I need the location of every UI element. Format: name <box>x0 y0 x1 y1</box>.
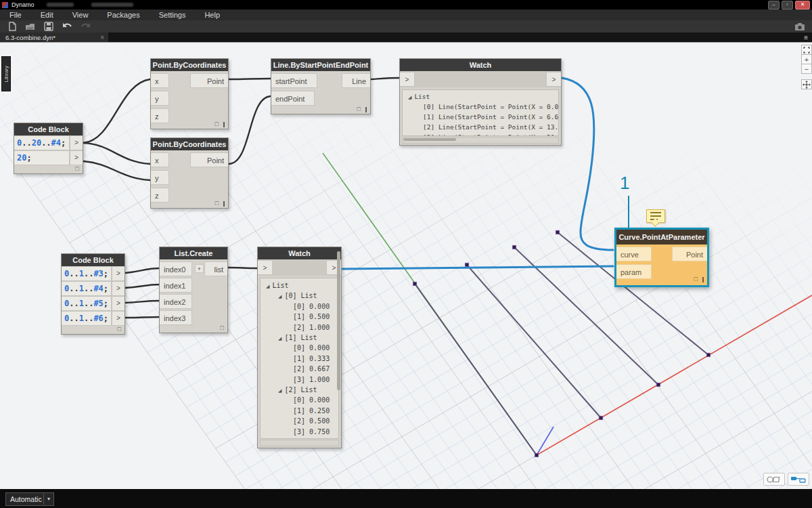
watch-row[interactable]: [1] 0.250 <box>261 406 338 417</box>
watch-row[interactable]: [1] Line(StartPoint = Point(X = 6.66 <box>403 112 558 123</box>
preview-checkbox[interactable]: □ <box>357 106 361 112</box>
input-port-index3[interactable]: index3 <box>160 310 192 325</box>
input-port-curve[interactable]: curve <box>616 247 652 261</box>
new-file-icon[interactable] <box>8 22 17 31</box>
menu-item[interactable]: File <box>0 9 31 20</box>
watch-row[interactable]: [0] 0.000 <box>261 343 338 354</box>
geometry-view-toggle[interactable] <box>763 473 785 486</box>
preview-checkbox[interactable]: □ <box>215 121 219 127</box>
code-line[interactable]: 0..1..#4; <box>62 281 112 296</box>
workspace-menu-icon[interactable]: ≡ <box>804 34 808 41</box>
expander-icon[interactable]: ◢ <box>408 95 411 100</box>
watch-row[interactable]: ◢[1] List <box>261 333 338 343</box>
watch-row[interactable]: ◢List <box>261 281 338 291</box>
watch-row[interactable]: ◢[2] List <box>261 385 338 396</box>
menu-item[interactable]: Settings <box>150 9 196 20</box>
output-port[interactable]: > <box>70 135 83 150</box>
menu-item[interactable]: View <box>63 9 98 20</box>
menu-item[interactable]: Edit <box>31 9 63 20</box>
output-port[interactable]: > <box>112 281 125 296</box>
output-port-line[interactable]: Line <box>342 73 370 88</box>
watch-row[interactable]: [3] 1.000 <box>261 375 338 385</box>
zoom-out-button[interactable]: − <box>801 64 812 74</box>
watch-row[interactable]: [2] 0.667 <box>261 364 338 375</box>
input-port-index0[interactable]: index0 <box>160 261 192 276</box>
menu-item[interactable]: Help <box>195 9 229 20</box>
input-port-x[interactable]: x <box>151 152 169 167</box>
undo-icon[interactable] <box>62 22 72 31</box>
horizontal-scrollbar[interactable] <box>260 440 339 446</box>
node-point-bycoordinates-2[interactable]: Point.ByCoordinates x y z Point □ <box>150 137 229 209</box>
watch-row[interactable]: [2] 0.500 <box>261 417 338 427</box>
graph-view-toggle[interactable] <box>788 473 809 486</box>
horizontal-scrollbar[interactable] <box>402 137 559 144</box>
expander-icon[interactable]: ◢ <box>278 336 281 341</box>
code-line[interactable]: 0..1..#3; <box>62 266 112 281</box>
watch-row[interactable]: [3] Line(StartPoint = Point(X = 20.0 <box>403 133 558 136</box>
save-icon[interactable] <box>44 22 53 31</box>
minimize-button[interactable]: – <box>768 1 780 9</box>
input-port[interactable]: > <box>400 72 415 87</box>
lacing-indicator[interactable] <box>223 201 225 207</box>
watch-row[interactable]: ◢[0] List <box>261 291 338 301</box>
output-port[interactable]: > <box>546 72 561 87</box>
watch-row[interactable]: [2] 1.000 <box>261 323 338 333</box>
input-port-index2[interactable]: index2 <box>160 294 192 309</box>
output-port[interactable]: > <box>112 296 125 311</box>
node-point-bycoordinates-1[interactable]: Point.ByCoordinates x y z Point □ <box>150 58 229 129</box>
input-port-param[interactable]: param <box>616 264 652 279</box>
output-port-point[interactable]: Point <box>672 247 707 261</box>
preview-checkbox[interactable]: □ <box>76 166 79 172</box>
input-port-z[interactable]: z <box>151 188 169 203</box>
close-button[interactable]: ✕ <box>795 1 810 9</box>
watch-row[interactable]: [2] Line(StartPoint = Point(X = 13.3 <box>403 123 558 133</box>
input-port[interactable]: > <box>258 260 273 275</box>
preview-checkbox[interactable]: □ <box>221 325 224 331</box>
code-line[interactable]: 0..1..#5; <box>62 296 112 311</box>
input-port-index1[interactable]: index1 <box>160 278 192 293</box>
watch-row[interactable]: [1] 0.500 <box>261 312 338 322</box>
input-port-endpoint[interactable]: endPoint <box>271 91 315 106</box>
lacing-indicator[interactable] <box>365 107 367 112</box>
node-watch-lines[interactable]: Watch > > ◢List[0] Line(StartPoint = Poi… <box>399 58 562 146</box>
watch-row[interactable]: [4] 1.000 <box>261 438 338 439</box>
preview-checkbox[interactable]: □ <box>694 276 698 282</box>
node-code-block-2[interactable]: Code Block 0..1..#3; > 0..1..#4; > 0..1.… <box>61 253 125 335</box>
pan-button[interactable] <box>801 79 812 89</box>
output-port-point[interactable]: Point <box>190 152 228 167</box>
watch-row[interactable]: [3] 0.750 <box>261 427 338 438</box>
vertical-scrollbar-thumb[interactable] <box>337 251 340 390</box>
zoom-in-button[interactable]: + <box>801 54 812 64</box>
output-port-point[interactable]: Point <box>190 73 228 88</box>
code-line[interactable]: 20; <box>14 150 70 165</box>
preview-checkbox[interactable]: □ <box>215 200 219 207</box>
watch-row[interactable]: [0] 0.000 <box>261 302 338 312</box>
maximize-button[interactable]: ▫ <box>782 1 793 9</box>
node-curve-pointatparameter[interactable]: Curve.PointAtParameter curve param Point… <box>614 228 709 287</box>
tab-6-3-combine[interactable]: 6.3-combine.dyn* × <box>0 33 108 42</box>
input-port-z[interactable]: z <box>151 108 169 123</box>
lacing-indicator[interactable] <box>702 277 704 282</box>
open-file-icon[interactable] <box>25 22 36 31</box>
watch-row[interactable]: [0] Line(StartPoint = Point(X = 0.00 <box>403 102 558 112</box>
node-watch-parameters[interactable]: Watch > > ◢List◢[0] List[0] 0.000[1] 0.5… <box>257 247 342 448</box>
expander-icon[interactable]: ◢ <box>266 284 269 289</box>
input-port-y[interactable]: y <box>151 91 169 106</box>
preview-checkbox[interactable]: □ <box>118 326 121 333</box>
output-port[interactable]: > <box>112 266 125 281</box>
node-code-block-1[interactable]: Code Block 0..20..#4; > 20; > □ <box>14 123 83 174</box>
input-port-startpoint[interactable]: startPoint <box>271 73 317 88</box>
redo-icon[interactable] <box>81 22 91 31</box>
tab-close-icon[interactable]: × <box>100 34 104 41</box>
lacing-indicator[interactable] <box>223 122 225 127</box>
watch-row[interactable]: ◢List <box>403 92 558 102</box>
graph-canvas[interactable]: Library Code Block 0..20..#4; > 20; > □ … <box>0 42 812 490</box>
library-panel-tab[interactable]: Library <box>1 56 11 91</box>
scrollbar-thumb[interactable] <box>403 138 456 141</box>
add-input-button[interactable]: + <box>195 264 204 273</box>
input-port-y[interactable]: y <box>151 170 169 185</box>
zoom-fit-button[interactable] <box>801 45 812 55</box>
node-line-bystartpointendpoint[interactable]: Line.ByStartPointEndPoint startPoint end… <box>271 58 371 114</box>
output-port-list[interactable]: list <box>204 261 227 276</box>
input-port-x[interactable]: x <box>151 73 169 88</box>
